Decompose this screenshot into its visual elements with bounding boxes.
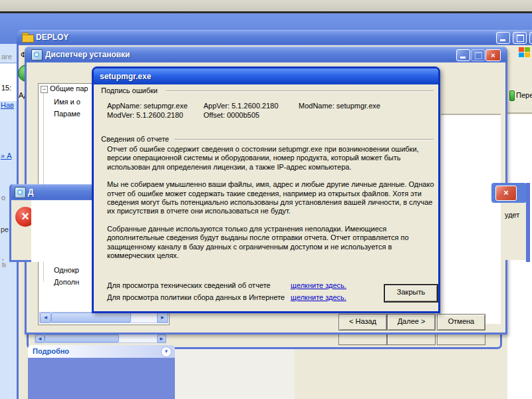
divider-line (0, 63, 17, 63)
go-button[interactable]: Перехо (507, 88, 532, 104)
tree-collapse-icon[interactable]: − (41, 86, 48, 93)
mod-ver-value: ModVer: 5.1.2600.2180 (107, 111, 183, 119)
tree-item-once[interactable]: Однокр (54, 266, 79, 274)
arrow-link-fragment[interactable]: » А (1, 152, 12, 160)
details-header-label: Подробно (33, 347, 69, 355)
nav-link-fragment[interactable]: Нав (1, 101, 14, 109)
scrollbar-thumb[interactable] (45, 334, 119, 342)
chevron-down-icon[interactable]: ▾ (161, 346, 172, 357)
deploy-window-title: DEPLOY (36, 33, 68, 42)
background-white-block (0, 64, 17, 101)
tech-info-link[interactable]: щелкните здесь. (291, 281, 346, 289)
group-line (166, 90, 434, 91)
offset-value: Offset: 0000b505 (203, 111, 259, 119)
error-popup-text-fragment: удет (505, 211, 519, 219)
setup-manager-icon (15, 187, 26, 198)
report-details-label: Сведения об отчете (101, 135, 169, 143)
small-icon (2, 263, 6, 267)
error-popup-title-fragment: Д (28, 188, 34, 197)
back-button[interactable]: < Назад (338, 314, 387, 331)
error-popup-left-body: × (9, 200, 33, 262)
windows-logo-icon (519, 47, 531, 59)
scroll-right-icon[interactable]: ► (157, 334, 166, 343)
deploy-titlebar[interactable]: DEPLOY (17, 30, 532, 45)
cancel-button[interactable]: Отмена (437, 314, 485, 331)
tree-item-additional[interactable]: Дополн (54, 278, 79, 286)
wizard-content-patch (441, 83, 501, 114)
wizard-content-white (441, 115, 501, 324)
go-button-label: Перехо (516, 91, 532, 99)
background-tab-fragment: are (1, 53, 12, 61)
horizontal-scrollbar[interactable]: ◄ ► (35, 334, 166, 343)
report-paragraph: Отчет об ошибке содержит сведения о сост… (107, 145, 434, 172)
app-name-value: AppName: setupmgr.exe (107, 102, 188, 110)
error-report-dialog-titlebar[interactable]: setupmgr.exe (94, 68, 438, 84)
setup-manager-icon (31, 49, 43, 61)
report-paragraph: Мы не собираем умышленно ваши файлы, имя… (107, 180, 434, 216)
go-icon (509, 90, 515, 101)
time-fragment: 15: (1, 84, 11, 92)
close-button[interactable]: × (485, 49, 501, 61)
next-button[interactable]: Далее > (387, 314, 436, 331)
toolbar-divider (507, 112, 532, 114)
close-button[interactable] (529, 32, 532, 44)
horizontal-scrollbar[interactable]: ◄ ► (39, 312, 168, 323)
folder-view-area (175, 349, 295, 399)
report-paragraph: Собранные данные используются только для… (107, 225, 434, 261)
text-fragment: о (1, 194, 5, 201)
error-signature-label: Подпись ошибки (101, 86, 158, 94)
top-toolbar-strip (0, 0, 532, 11)
tech-info-label: Для просмотра технических сведений об от… (107, 281, 271, 289)
close-report-button[interactable]: Закрыть (384, 285, 438, 302)
error-popup-right-border (526, 183, 530, 262)
error-popup-left-titlebar[interactable]: Д (9, 184, 94, 200)
tree-item-name[interactable]: Имя и о (54, 98, 80, 106)
tree-item-general[interactable]: Общие пар (50, 84, 88, 92)
wizard-title: Диспетчер установки (45, 50, 130, 59)
maximize-button[interactable] (513, 32, 527, 44)
policy-link[interactable]: щелкните здесь. (291, 293, 346, 301)
minimize-button[interactable] (496, 32, 510, 44)
error-popup-right-body: удет (503, 203, 526, 260)
policy-label: Для просмотра политики сбора данных в Ин… (107, 293, 285, 301)
maximize-button[interactable] (471, 49, 485, 61)
scroll-right-icon[interactable]: ► (157, 313, 168, 323)
scroll-left-icon[interactable]: ◄ (35, 334, 45, 343)
minimize-button[interactable] (456, 49, 470, 61)
dialog-title: setupmgr.exe (100, 72, 151, 81)
scrollbar-thumb[interactable] (51, 313, 131, 323)
scroll-left-icon[interactable]: ◄ (40, 313, 51, 323)
wizard-titlebar[interactable]: Диспетчер установки (25, 47, 507, 63)
app-ver-value: AppVer: 5.1.2600.2180 (203, 102, 279, 110)
folder-icon (22, 33, 33, 42)
details-section-header[interactable]: Подробно ▾ (28, 345, 175, 358)
group-line (174, 139, 434, 140)
text-fragment: ре (1, 225, 9, 233)
screen: are 15: Нав » А о ре : DEPLOY Ф. ← Ад Пе… (0, 0, 532, 399)
window-white-area (31, 200, 92, 262)
close-button[interactable]: × (495, 186, 517, 201)
report-details-text: Отчет об ошибке содержит сведения о сост… (107, 145, 434, 260)
mod-name-value: ModName: setupmgr.exe (299, 102, 380, 110)
tree-item-params[interactable]: Параме (54, 110, 80, 118)
details-section-body (28, 358, 175, 399)
